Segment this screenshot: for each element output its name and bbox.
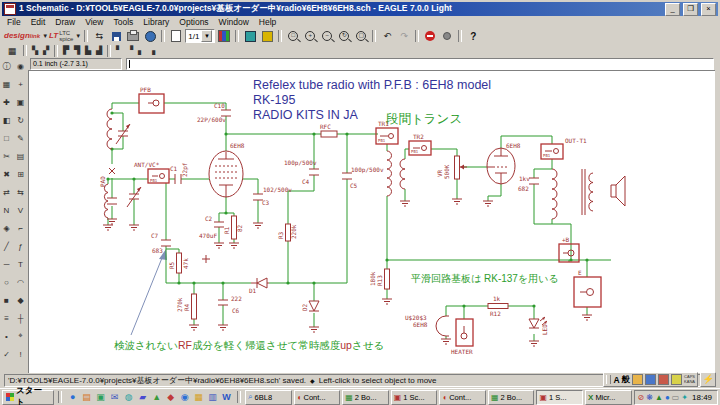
mini-tool-7-icon[interactable]: ▘ <box>114 46 124 56</box>
menu-options[interactable]: Options <box>174 16 213 28</box>
component-d2[interactable]: D2 <box>301 301 319 311</box>
tool-value[interactable]: V <box>14 202 27 218</box>
tool-paste[interactable]: ▤ <box>14 148 27 164</box>
component-r3[interactable]: R3 220k <box>277 224 297 241</box>
tool-circle[interactable]: ○ <box>0 274 13 290</box>
component-c2[interactable]: C2 470uF <box>199 215 224 239</box>
annotation-title1[interactable]: Refelex tube radio with P.F.B : 6EH8 mod… <box>253 78 491 92</box>
tray-network-icon[interactable]: ● <box>665 391 670 404</box>
quicklaunch-folder-icon[interactable]: ▰ <box>136 391 149 404</box>
component-r12[interactable]: 1k R12 <box>488 295 508 317</box>
minimize-button[interactable]: _ <box>665 3 680 16</box>
taskbar-button-control-panel-1[interactable]: ◖Cont... <box>294 390 341 405</box>
component-r13[interactable]: 180k R13 <box>369 269 390 289</box>
mini-tool-10-icon[interactable]: ▗ <box>147 46 157 56</box>
tool-add[interactable]: ⊞ <box>14 166 27 182</box>
annotation-arrow[interactable] <box>131 249 167 335</box>
ltspice-dropdown[interactable]: LT LTCspice ▼ <box>49 29 81 43</box>
menu-library[interactable]: Library <box>138 16 174 28</box>
mini-tool-8-icon[interactable]: ▝ <box>125 46 135 56</box>
component-tr1[interactable]: PB1 TR1 <box>376 120 398 196</box>
component-c7[interactable]: C7 683 <box>151 232 171 254</box>
redo-icon[interactable]: ↷ <box>396 29 412 43</box>
tool-miter[interactable]: ⌐ <box>14 220 27 236</box>
start-button[interactable]: スタート <box>2 390 54 405</box>
ime-caps-kana[interactable]: CAPSKANA <box>684 375 695 384</box>
tool-group[interactable]: □ <box>0 130 13 146</box>
taskbar-button-board-2[interactable]: ▦2 Bo... <box>488 390 535 405</box>
tool-mirror[interactable]: ◧ <box>0 112 13 128</box>
component-c6[interactable]: 222 C6 <box>218 295 242 314</box>
quicklaunch-browser-icon[interactable]: ● <box>66 391 79 404</box>
undo-icon[interactable]: ↶ <box>379 29 395 43</box>
tool-show[interactable]: ◉ <box>14 58 27 74</box>
quicklaunch-chart-icon[interactable]: ▲ <box>150 391 163 404</box>
chevron-down-icon[interactable]: ▼ <box>201 30 212 42</box>
help-icon[interactable]: ? <box>465 29 481 43</box>
component-r4[interactable]: 270k R4 <box>176 294 197 319</box>
ime-toolbar[interactable]: A 般 CAPSKANA <box>603 372 698 387</box>
tool-net[interactable]: ┼ <box>14 310 27 326</box>
component-led[interactable]: LED <box>529 317 548 335</box>
tool-replace[interactable]: ⇆ <box>14 184 27 200</box>
tool-text[interactable]: T <box>14 256 27 272</box>
designlink-dropdown[interactable]: designlink ▼ <box>4 29 48 43</box>
schematic-canvas[interactable]: Refelex tube radio with P.F.B : 6EH8 mod… <box>28 70 715 373</box>
component-heater-element[interactable]: U$20$3 6EH8 <box>405 314 449 336</box>
tool-change[interactable]: ✎ <box>14 130 27 146</box>
tool-smash[interactable]: ◈ <box>0 220 13 236</box>
taskbar-button-excel[interactable]: XMicr... <box>585 390 632 405</box>
taskbar-clock[interactable]: 18:49 <box>690 393 714 402</box>
tool-display[interactable]: ▦ <box>0 76 13 92</box>
quicklaunch-media-icon[interactable]: ▣ <box>94 391 107 404</box>
tool-split[interactable]: ╱ <box>0 238 13 254</box>
ime-lightning-icon[interactable]: ⚡ <box>700 372 716 387</box>
tool-delete[interactable]: ✖ <box>0 166 13 182</box>
component-ant-connector[interactable]: PB1 <box>148 169 169 183</box>
mini-tool-4-icon[interactable]: ▜ <box>72 46 82 56</box>
component-c3[interactable]: 102/500v C3 <box>253 186 292 206</box>
menu-tools[interactable]: Tools <box>108 16 138 28</box>
save-icon[interactable] <box>108 29 124 43</box>
component-rfc-choke[interactable]: RFC <box>320 123 337 137</box>
layers-icon[interactable] <box>216 29 232 43</box>
ime-tools-icon[interactable] <box>671 374 682 385</box>
ime-mode-general[interactable]: 般 <box>622 374 631 386</box>
taskbar-button-schematic-active[interactable]: ▣1 S... <box>536 390 583 405</box>
tool-junction[interactable]: • <box>0 328 13 344</box>
simulate-icon[interactable] <box>259 29 275 43</box>
menu-help[interactable]: Help <box>254 16 281 28</box>
mini-tool-6-icon[interactable]: ▟ <box>94 46 104 56</box>
component-tr2[interactable]: TR2 <box>400 133 431 189</box>
tool-mark[interactable]: + <box>14 76 27 92</box>
tool-polygon[interactable]: ◆ <box>14 292 27 308</box>
mini-tool-9-icon[interactable]: ▖ <box>136 46 146 56</box>
annotation-title3[interactable]: RADIO KITS IN JA <box>253 108 359 122</box>
component-heater-connector[interactable]: HEATER <box>451 319 473 355</box>
mini-tool-5-icon[interactable]: ▙ <box>83 46 93 56</box>
tray-mute-icon[interactable]: ⊘ <box>638 391 645 404</box>
tray-update-icon[interactable]: ❋ <box>646 391 653 404</box>
board-schematic-switch-icon[interactable]: ⇆ <box>91 29 107 43</box>
tray-display-icon[interactable]: ▭ <box>672 391 680 404</box>
tool-pinswap[interactable]: ⇄ <box>0 184 13 200</box>
cam-processor-icon[interactable] <box>142 29 158 43</box>
quicklaunch-desktop-icon[interactable]: ▤ <box>80 391 93 404</box>
mini-tool-3-icon[interactable]: ▛ <box>61 46 71 56</box>
menu-file[interactable]: File <box>2 16 26 28</box>
taskbar-button-6bl8[interactable]: ⌕6BL8 <box>245 390 292 405</box>
quicklaunch-player-icon[interactable]: ◆ <box>164 391 177 404</box>
mini-tool-1-icon[interactable]: ▚ <box>30 46 40 56</box>
print-icon[interactable] <box>125 29 141 43</box>
taskbar-button-schematic-1[interactable]: ▣1 Sc... <box>391 390 438 405</box>
tool-rotate[interactable]: ↻ <box>14 112 27 128</box>
run-script-icon[interactable] <box>242 29 258 43</box>
zoom-out-icon[interactable]: − <box>319 29 335 43</box>
ime-grip[interactable] <box>606 375 611 384</box>
quicklaunch-photo-icon[interactable]: ▦ <box>192 391 205 404</box>
close-button[interactable]: × <box>701 3 716 16</box>
quicklaunch-mail-icon[interactable]: ✉ <box>108 391 121 404</box>
taskbar-button-board-1[interactable]: ▦2 Bo... <box>342 390 389 405</box>
tool-errors[interactable]: ! <box>14 346 27 362</box>
ime-pad-icon[interactable] <box>645 374 656 385</box>
